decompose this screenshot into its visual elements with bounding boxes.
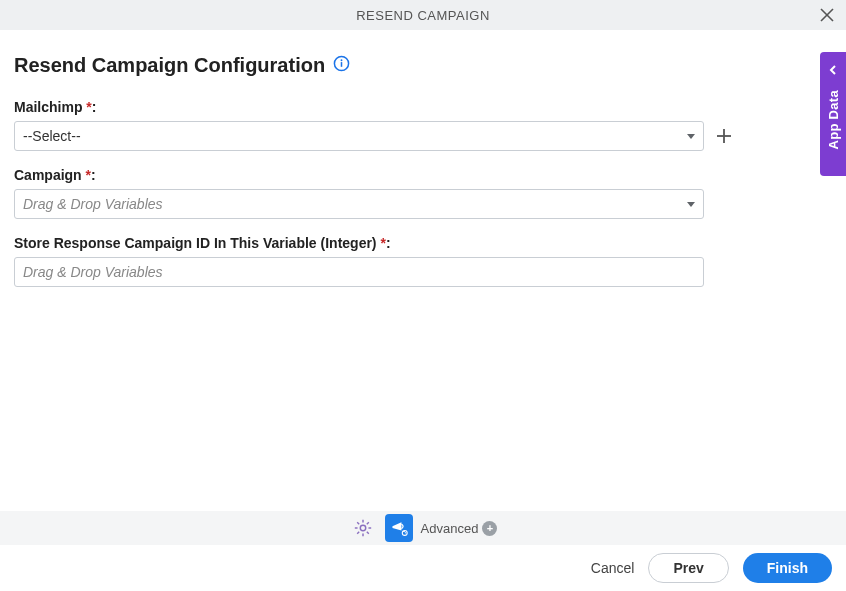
required-mark: * xyxy=(380,235,385,251)
settings-button[interactable] xyxy=(349,514,377,542)
app-data-tab[interactable]: App Data xyxy=(820,52,846,176)
chevron-down-icon xyxy=(687,202,695,207)
main-content: Resend Campaign Configuration Mailchimp … xyxy=(0,30,846,287)
finish-button[interactable]: Finish xyxy=(743,553,832,583)
field-campaign: Campaign *: Drag & Drop Variables xyxy=(14,167,832,219)
plus-circle-icon: + xyxy=(482,521,497,536)
svg-line-15 xyxy=(357,532,359,534)
close-icon[interactable] xyxy=(818,6,836,24)
bottom-toolbar: Advanced + xyxy=(0,511,846,545)
advanced-label: Advanced xyxy=(421,521,479,536)
footer: Cancel Prev Finish xyxy=(0,545,846,591)
required-mark: * xyxy=(86,167,91,183)
store-response-label-text: Store Response Campaign ID In This Varia… xyxy=(14,235,380,251)
page-title: Resend Campaign Configuration xyxy=(14,54,325,77)
info-icon[interactable] xyxy=(333,55,350,76)
svg-line-14 xyxy=(366,522,368,524)
modal-titlebar: RESEND CAMPAIGN xyxy=(0,0,846,30)
field-mailchimp: Mailchimp *: --Select-- xyxy=(14,99,832,151)
svg-point-7 xyxy=(360,525,365,530)
store-response-label: Store Response Campaign ID In This Varia… xyxy=(14,235,832,251)
chevron-left-icon xyxy=(827,62,839,80)
mailchimp-label: Mailchimp *: xyxy=(14,99,832,115)
modal-title: RESEND CAMPAIGN xyxy=(356,8,490,23)
required-mark: * xyxy=(86,99,91,115)
prev-button[interactable]: Prev xyxy=(648,553,728,583)
mailchimp-select[interactable]: --Select-- xyxy=(14,121,704,151)
mailchimp-label-text: Mailchimp xyxy=(14,99,86,115)
campaign-label-text: Campaign xyxy=(14,167,86,183)
campaign-input[interactable]: Drag & Drop Variables xyxy=(14,189,704,219)
store-response-input[interactable]: Drag & Drop Variables xyxy=(14,257,704,287)
campaign-placeholder: Drag & Drop Variables xyxy=(23,196,681,212)
campaign-input-row: Drag & Drop Variables xyxy=(14,189,832,219)
mailchimp-value: --Select-- xyxy=(23,128,681,144)
field-store-response: Store Response Campaign ID In This Varia… xyxy=(14,235,832,287)
svg-line-13 xyxy=(366,532,368,534)
svg-point-3 xyxy=(341,59,343,61)
add-mailchimp-button[interactable] xyxy=(714,126,734,146)
page-heading-row: Resend Campaign Configuration xyxy=(14,54,832,77)
app-data-label: App Data xyxy=(826,90,841,149)
svg-rect-4 xyxy=(341,62,343,67)
campaign-label: Campaign *: xyxy=(14,167,832,183)
svg-line-12 xyxy=(357,522,359,524)
store-response-input-row: Drag & Drop Variables xyxy=(14,257,832,287)
cancel-button[interactable]: Cancel xyxy=(591,560,635,576)
advanced-toggle[interactable]: Advanced + xyxy=(421,521,498,536)
store-response-placeholder: Drag & Drop Variables xyxy=(23,264,695,280)
campaign-tool-button[interactable] xyxy=(385,514,413,542)
chevron-down-icon xyxy=(687,134,695,139)
mailchimp-input-row: --Select-- xyxy=(14,121,832,151)
